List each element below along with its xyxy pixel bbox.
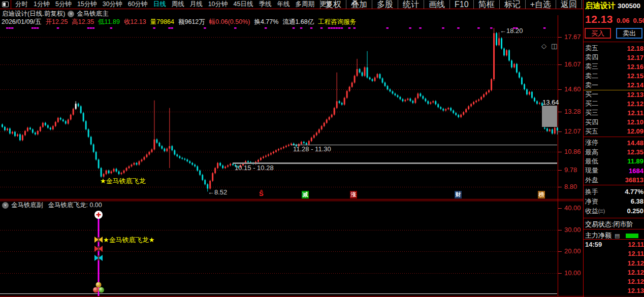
axis-label: 9.78 [564,166,577,174]
order-row-买三[interactable]: 买三12.11 [584,108,644,117]
chart-annotation: 10.15 - 10.28 [235,164,274,172]
candle-body [275,150,277,152]
signal-dash [9,27,11,29]
candle-body [283,147,284,148]
candle-body [407,98,408,100]
axis-label: 8.80 [564,183,577,190]
divider [584,42,644,42]
candle-body [14,132,16,136]
stat-row-净资: 净资6.38 [584,196,644,206]
candle-body [257,160,259,162]
order-row-买一[interactable]: 买一12.13 [584,90,644,99]
candle-body [503,49,505,56]
candle-body [450,108,452,111]
candle-body [232,164,234,165]
sell-button[interactable]: 卖出 [616,28,642,39]
event-icon-减[interactable]: 减 [302,191,309,199]
candle-body [7,128,8,130]
order-row-买二[interactable]: 买二12.12 [584,99,644,108]
candle-body [442,109,444,110]
tick-row: 12.13 [584,287,644,296]
candle-body [534,98,535,102]
order-row-卖五[interactable]: 卖五12.18 [584,44,644,53]
candle-body [219,163,221,166]
candle-body [364,68,366,76]
candle-body [453,111,454,113]
signal-dash [338,27,341,29]
candle-body [212,173,213,181]
candle-body [57,118,59,122]
candle-body [432,101,434,102]
candle-body [308,141,310,145]
candle-body [4,127,6,130]
chart-annotation: ★金马铁底飞龙 [100,177,146,185]
candle-body [402,99,403,101]
stat-label: 净资 [585,197,598,206]
candle-body [435,101,436,104]
order-row-卖一[interactable]: 卖一12.14 [584,81,644,90]
candle-body [331,115,333,117]
diamond-icon[interactable]: ◇ [541,43,546,50]
buy-button[interactable]: 买入 [585,28,611,39]
last-price: 12.13 [585,13,613,25]
event-icon-榜[interactable]: 榜 [538,191,545,199]
candle-body [326,119,328,122]
candle-body [12,132,13,134]
candle-body [202,175,203,180]
signal-dash [336,27,338,29]
candle-body [321,126,323,129]
butterfly-marker [94,255,103,261]
candle-body [32,129,34,133]
candle-body [351,83,353,87]
sub-indicator-name[interactable]: 金马铁底副 [11,201,43,210]
candle-body [486,92,487,94]
candle-body [73,109,74,114]
candle-body [197,167,198,171]
chevron-down-icon[interactable]: ˅ [2,202,9,209]
candle-body [465,109,467,112]
signal-dash [331,27,333,29]
order-row-买四[interactable]: 买四12.10 [584,118,644,127]
order-price: 12.12 [627,100,643,108]
chart-annotation: 13.64 [542,98,559,106]
candle-body [55,122,56,126]
order-row-卖三[interactable]: 卖三12.16 [584,62,644,71]
flow-bar [626,234,638,238]
order-row-卖四[interactable]: 卖四12.17 [584,53,644,62]
signal-dash [320,27,323,29]
candle-body [346,91,348,97]
tick-price: 12.11 [628,241,644,250]
candle-body [184,159,185,160]
order-row-卖二[interactable]: 卖二12.15 [584,72,644,81]
candle-body [480,97,482,100]
event-icon-signal[interactable]: Ŝ [259,190,264,197]
candle-body [357,69,358,76]
candle-body [143,157,145,159]
axis-label: 14.60 [564,85,581,93]
price-change-pct: 0.50 [633,17,644,24]
tick-list[interactable]: 14:5912.1112.1112.1212.1212.1212.13 [584,241,644,296]
signal-dash [90,27,92,29]
candle-body [430,103,431,104]
candle-body [47,125,49,128]
candle-body [199,171,201,175]
main-chart[interactable]: 17.6716.0714.6013.2812.0710.869.788.8011… [0,0,583,297]
candle-body [420,93,421,96]
candle-body [171,146,173,150]
panel-price-row: 12.130.060.50 [585,13,644,25]
sub-axis-label: 20.00 [564,247,581,255]
event-icon-财[interactable]: 财 [455,191,462,199]
order-row-买五[interactable]: 买五12.09 [584,127,644,136]
split-window-icon[interactable]: ◫ [551,43,557,50]
stat-row-涨停: 涨停14.48 [584,138,644,147]
candle-body [111,172,112,173]
candle-body [209,181,211,188]
sub-indicator-value: 金马铁底飞龙: 0.00 [48,201,102,210]
trading-app-window: 分时1分钟5分钟15分钟30分钟60分钟日线周线月线10分钟45日线季线年线多周… [0,0,644,297]
event-icon-涨[interactable]: 涨 [350,191,357,199]
divider [584,185,644,185]
signal-dash [300,27,303,29]
candle-body [399,97,401,99]
candle-body [372,79,373,81]
candle-body [222,166,223,168]
